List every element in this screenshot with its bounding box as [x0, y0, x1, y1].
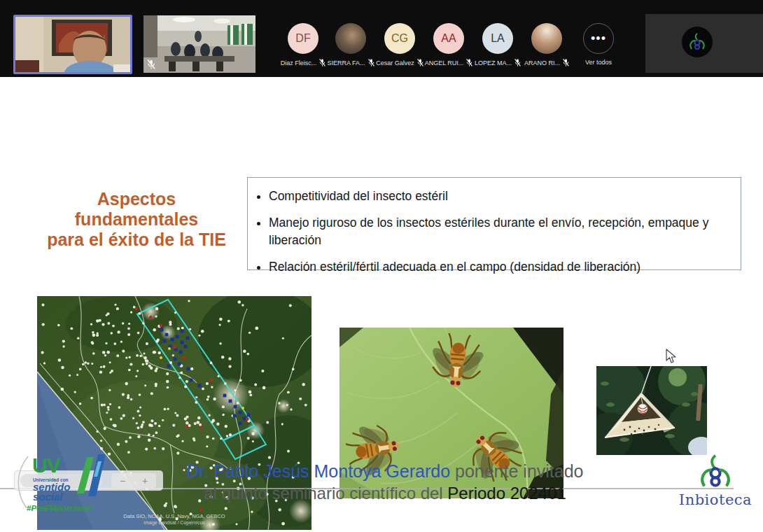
muted-mic-icon	[466, 59, 472, 66]
participant-name: Diaz Fleisc...	[281, 59, 317, 66]
participant-aa[interactable]: AA ANGEL RUI...	[424, 23, 473, 66]
bullet-item: Manejo riguroso de los insectos estérile…	[269, 214, 731, 249]
participant-name: ARANO RI...	[524, 59, 560, 66]
view-all-participants-button[interactable]: ••• Ver todos	[574, 23, 623, 66]
avatar: DF	[288, 23, 318, 54]
mouse-cursor	[666, 349, 678, 365]
participant-sierra[interactable]: SIERRA FA...	[326, 23, 375, 66]
uv-hashtag: #PorEl4porciento	[27, 504, 93, 512]
speaker-name: Dr. Pablo Jesús Montoya Gerardo	[186, 461, 450, 481]
uv-tagline-2: social	[33, 492, 63, 502]
uv-slashes-icon	[67, 451, 113, 498]
avatar: AA	[433, 23, 464, 54]
participants-filmstrip: DF Diaz Fleisc... SIERRA FA... CG Cesar …	[0, 0, 763, 77]
view-all-label: Ver todos	[585, 59, 612, 66]
seminar-credit: Dr. Pablo Jesús Montoya Gerardo ponente …	[175, 461, 595, 504]
avatar-photo	[531, 23, 562, 54]
inbioteca-wordmark: Inbioteca	[671, 491, 760, 508]
participant-name: SIERRA FA...	[327, 59, 365, 66]
participant-df[interactable]: DF Diaz Fleisc...	[279, 23, 328, 66]
inbioteca-badge	[682, 27, 713, 57]
speaker-role: ponente invitado	[450, 461, 583, 481]
zoom-in-button[interactable]: +	[142, 475, 148, 486]
delta-trap-photo	[596, 366, 707, 458]
bullet-item: Relación estéril/fértil adecuada en el c…	[269, 258, 731, 276]
avatar: LA	[482, 23, 513, 54]
avatar-photo	[335, 23, 366, 54]
slide-title-line: para el éxito de la TIE	[41, 230, 232, 250]
video-thumbnail-speaker[interactable]	[13, 15, 132, 74]
muted-mic-icon	[319, 59, 326, 66]
speaker-webcam-image	[15, 17, 130, 72]
room-webcam-image	[144, 15, 255, 73]
uv-arc-decoration	[13, 455, 31, 510]
key-points-box: Competitividad del insecto estéril Manej…	[247, 177, 741, 270]
map-attribution-1: Data SIO, NOAA, U.S. Navy, NGA, GEBCO	[123, 513, 225, 519]
video-thumbnail-room[interactable]	[144, 15, 255, 73]
participant-name: LOPEZ MA...	[475, 59, 512, 66]
participant-name: ANGEL RUI...	[425, 59, 464, 66]
slide-title: Aspectos fundamentales para el éxito de …	[41, 189, 232, 250]
uv-logo: UV Universidad con sentido social #PorEl…	[13, 451, 139, 522]
muted-mic-icon	[368, 59, 374, 66]
shared-screen: DF Diaz Fleisc... SIERRA FA... CG Cesar …	[0, 0, 763, 532]
inbioteca-logo: Inbioteca	[671, 454, 760, 514]
map-attribution-2: Image Landsat / Copernicus	[144, 520, 205, 526]
muted-mic-icon	[514, 59, 521, 66]
participant-la[interactable]: LA LOPEZ MA...	[473, 23, 522, 66]
bullet-item: Competitividad del insecto estéril	[269, 188, 731, 205]
credit-line-2: al quinto seminario científico del Perio…	[175, 482, 595, 504]
avatar: CG	[384, 23, 415, 54]
participant-cg[interactable]: CG Cesar Galvez	[375, 23, 424, 66]
slide-title-line: Aspectos	[41, 189, 232, 209]
muted-mic-icon	[147, 59, 155, 69]
more-participants-icon: •••	[583, 23, 614, 54]
participant-name: Cesar Galvez	[376, 59, 414, 66]
inbioteca-flame-icon	[687, 31, 708, 52]
uv-letters: UV	[32, 454, 60, 477]
period-label: Periodo 202401	[447, 484, 566, 503]
participant-arano[interactable]: ARANO RI...	[522, 23, 571, 66]
inbioteca-flame-icon	[695, 454, 736, 490]
muted-mic-icon	[417, 59, 424, 66]
slide-title-line: fundamentales	[41, 209, 232, 230]
muted-mic-icon	[563, 59, 569, 66]
credit-line-1: Dr. Pablo Jesús Montoya Gerardo ponente …	[175, 461, 595, 482]
